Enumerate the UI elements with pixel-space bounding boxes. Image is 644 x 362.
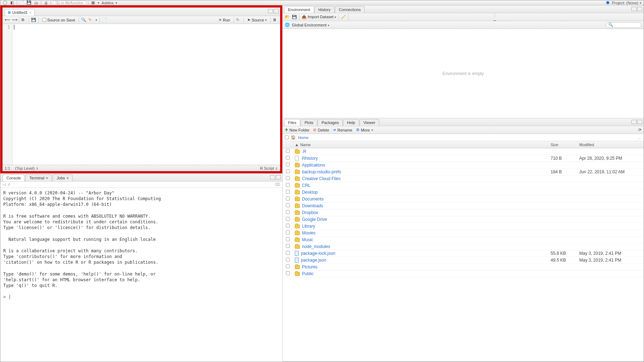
file-name[interactable]: Downloads <box>302 203 323 208</box>
new-file-icon[interactable]: ◯ <box>3 0 8 5</box>
tab-environment[interactable]: Environment <box>284 6 314 13</box>
row-checkbox[interactable] <box>286 217 290 221</box>
file-row[interactable]: CRL <box>283 182 644 189</box>
tab-jobs[interactable]: Jobs× <box>53 174 73 181</box>
clear-objects-icon[interactable]: 🧹 <box>341 15 346 19</box>
file-name[interactable]: Library <box>302 224 315 229</box>
file-row[interactable]: Documents <box>283 196 644 203</box>
file-name[interactable]: Movies <box>302 230 316 235</box>
row-checkbox[interactable] <box>286 271 290 275</box>
minimize-pane-icon[interactable] <box>631 120 636 124</box>
source-on-save-toggle[interactable]: Source on Save <box>41 18 77 23</box>
file-row[interactable]: Library <box>283 223 644 230</box>
file-name[interactable]: Applications <box>302 163 325 168</box>
clear-console-icon[interactable]: ⌫ <box>274 182 280 187</box>
file-name[interactable]: backup-rstudio-prefs <box>302 169 341 174</box>
file-name[interactable]: node_modules <box>302 244 330 249</box>
tab-help[interactable]: Help <box>343 119 359 126</box>
row-checkbox[interactable] <box>286 190 290 194</box>
tab-viewer[interactable]: Viewer <box>360 119 379 126</box>
tab-console[interactable]: Console <box>3 174 25 181</box>
load-workspace-icon[interactable]: 📂 <box>285 15 290 19</box>
compile-report-icon[interactable]: 📄 <box>102 18 107 23</box>
open-icon[interactable]: 📄 <box>19 0 24 5</box>
tab-terminal[interactable]: Terminal× <box>25 174 52 181</box>
grid-icon[interactable]: ▦ <box>91 0 96 5</box>
refresh-files-icon[interactable]: ⟳ <box>638 128 641 132</box>
file-row[interactable]: Music <box>283 237 644 243</box>
save-icon[interactable]: 💾 <box>26 0 31 5</box>
maximize-pane-icon[interactable] <box>274 9 279 13</box>
source-button[interactable]: ➤ Source ▾ <box>246 17 268 23</box>
row-checkbox[interactable] <box>286 183 290 187</box>
file-row[interactable]: Public <box>283 271 644 277</box>
rerun-icon[interactable]: ↻ <box>236 18 241 23</box>
row-checkbox[interactable] <box>286 176 290 180</box>
env-scope-selector[interactable]: Global Environment ▾ <box>292 23 330 27</box>
row-checkbox[interactable] <box>286 264 290 268</box>
minimize-pane-icon[interactable] <box>270 175 275 179</box>
file-name[interactable]: Documents <box>302 197 324 202</box>
save-workspace-icon[interactable]: 💾 <box>292 15 297 19</box>
row-checkbox[interactable] <box>286 237 290 241</box>
minimize-pane-icon[interactable] <box>268 9 273 13</box>
code-editor[interactable]: 1 <box>3 24 280 165</box>
save-all-icon[interactable]: 🗂 <box>34 0 39 5</box>
row-checkbox[interactable] <box>286 169 290 173</box>
file-row[interactable]: Google Drive <box>283 216 644 223</box>
file-name[interactable]: Creative Cloud Files <box>302 176 341 181</box>
close-icon[interactable]: × <box>46 176 48 180</box>
tab-plots[interactable]: Plots <box>301 119 317 126</box>
file-row[interactable]: .R <box>283 148 644 155</box>
maximize-pane-icon[interactable] <box>276 175 281 179</box>
file-name[interactable]: .R <box>302 149 306 154</box>
row-checkbox[interactable] <box>286 156 290 160</box>
row-checkbox[interactable] <box>286 197 290 200</box>
file-row[interactable]: Downloads <box>283 203 644 209</box>
tab-files[interactable]: Files <box>284 119 300 126</box>
wd-popup-icon[interactable]: ⇗ <box>7 182 10 187</box>
file-row[interactable]: .Rhistory710 BApr 28, 2020, 9:25 PM <box>283 155 644 162</box>
col-name-header[interactable]: ▲ Name <box>293 143 551 147</box>
file-name[interactable]: .Rhistory <box>301 156 318 161</box>
col-size-header[interactable]: Size <box>551 143 579 147</box>
row-checkbox[interactable] <box>286 210 290 214</box>
file-row[interactable]: node_modules <box>283 243 644 250</box>
file-name[interactable]: Public <box>302 271 314 276</box>
rename-button[interactable]: ➜ Rename <box>333 128 352 132</box>
file-name[interactable]: Google Drive <box>302 217 327 222</box>
file-name[interactable]: CRL <box>302 183 311 188</box>
save-file-icon[interactable]: 💾 <box>31 18 36 23</box>
addins-menu[interactable]: Addins <box>102 1 114 5</box>
row-checkbox[interactable] <box>286 251 290 255</box>
scope-indicator[interactable]: (Top Level) ⇕ <box>15 166 38 170</box>
tab-packages[interactable]: Packages <box>318 119 343 126</box>
file-row[interactable]: Desktop <box>283 189 644 196</box>
file-row[interactable]: Applications <box>283 162 644 169</box>
outline-toggle-icon[interactable]: ≣ <box>273 18 278 23</box>
more-button[interactable]: ⚙ More ▾ <box>356 128 373 132</box>
tab-history[interactable]: History <box>314 6 335 13</box>
checkbox-icon[interactable] <box>42 18 46 22</box>
breadcrumb-more-icon[interactable]: … <box>638 135 641 140</box>
wand-icon[interactable]: ✎ <box>88 18 93 23</box>
file-row[interactable]: Pictures <box>283 264 644 271</box>
console-output[interactable]: R version 4.0.0 (2020-04-24) -- "Arbor D… <box>0 188 282 362</box>
maximize-pane-icon[interactable] <box>637 120 642 124</box>
print-icon[interactable]: 🖨 <box>43 0 48 5</box>
show-in-new-window-icon[interactable]: ⧉ <box>21 18 26 23</box>
minimize-pane-icon[interactable] <box>631 7 636 11</box>
row-checkbox[interactable] <box>286 258 290 262</box>
file-row[interactable]: Creative Cloud Files <box>283 175 644 182</box>
back-icon[interactable]: ⟵ <box>5 18 10 23</box>
row-checkbox[interactable] <box>286 149 290 153</box>
home-icon[interactable]: 🏠 <box>291 135 296 140</box>
tab-connections[interactable]: Connections <box>335 6 365 13</box>
file-name[interactable]: package.json <box>301 258 326 263</box>
file-row[interactable]: package-lock.json55.8 KBMay 3, 2019, 2:4… <box>283 250 644 257</box>
row-checkbox[interactable] <box>286 203 290 207</box>
row-checkbox[interactable] <box>286 224 290 228</box>
find-icon[interactable]: 🔍 <box>81 18 86 23</box>
row-checkbox[interactable] <box>286 230 290 234</box>
forward-icon[interactable]: ⟶ <box>12 18 17 23</box>
